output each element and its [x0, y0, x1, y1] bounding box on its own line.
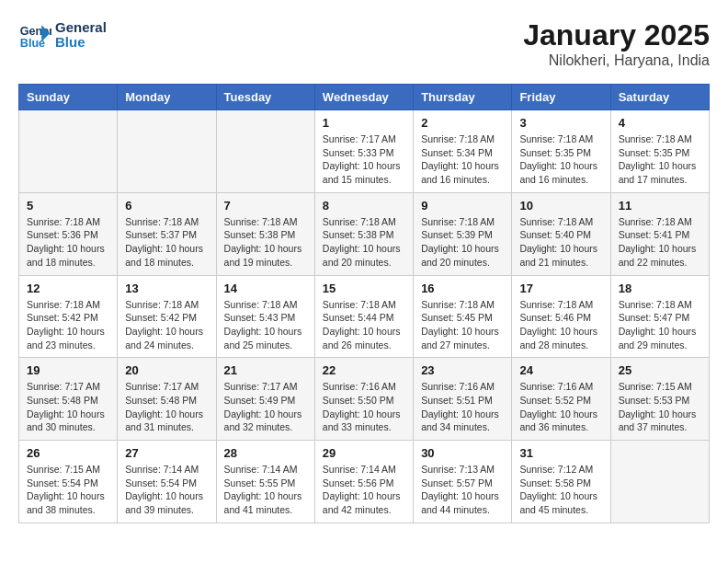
calendar-cell: 28Sunrise: 7:14 AMSunset: 5:55 PMDayligh…	[216, 441, 314, 523]
day-number: 20	[125, 363, 208, 377]
day-number: 15	[323, 282, 405, 295]
logo-icon: General Blue	[18, 18, 51, 52]
calendar-cell: 9Sunrise: 7:18 AMSunset: 5:39 PMDaylight…	[414, 192, 512, 275]
day-info: Sunrise: 7:18 AMSunset: 5:35 PMDaylight:…	[519, 132, 602, 187]
day-info: Sunrise: 7:18 AMSunset: 5:42 PMDaylight:…	[125, 298, 208, 352]
calendar-cell: 22Sunrise: 7:16 AMSunset: 5:50 PMDayligh…	[314, 358, 413, 441]
day-info: Sunrise: 7:18 AMSunset: 5:40 PMDaylight:…	[519, 215, 602, 270]
calendar-cell: 17Sunrise: 7:18 AMSunset: 5:46 PMDayligh…	[512, 275, 610, 358]
weekday-header-friday: Friday	[512, 85, 610, 110]
day-info: Sunrise: 7:18 AMSunset: 5:44 PMDaylight:…	[323, 298, 405, 352]
day-number: 2	[421, 116, 504, 130]
calendar-cell: 1Sunrise: 7:17 AMSunset: 5:33 PMDaylight…	[314, 110, 413, 193]
day-number: 30	[421, 446, 504, 460]
day-info: Sunrise: 7:18 AMSunset: 5:43 PMDaylight:…	[224, 298, 307, 352]
calendar-cell: 25Sunrise: 7:15 AMSunset: 5:53 PMDayligh…	[610, 358, 709, 441]
day-number: 22	[323, 363, 405, 377]
day-info: Sunrise: 7:15 AMSunset: 5:54 PMDaylight:…	[27, 463, 109, 517]
week-row-4: 19Sunrise: 7:17 AMSunset: 5:48 PMDayligh…	[19, 358, 710, 441]
day-info: Sunrise: 7:18 AMSunset: 5:39 PMDaylight:…	[421, 215, 504, 270]
day-number: 1	[323, 116, 405, 130]
calendar-cell: 8Sunrise: 7:18 AMSunset: 5:38 PMDaylight…	[314, 192, 413, 275]
calendar-cell: 11Sunrise: 7:18 AMSunset: 5:41 PMDayligh…	[610, 192, 709, 275]
day-info: Sunrise: 7:12 AMSunset: 5:58 PMDaylight:…	[519, 463, 602, 517]
day-info: Sunrise: 7:18 AMSunset: 5:41 PMDaylight:…	[619, 215, 701, 270]
calendar-cell: 20Sunrise: 7:17 AMSunset: 5:48 PMDayligh…	[118, 358, 216, 441]
svg-text:Blue: Blue	[20, 37, 45, 50]
day-info: Sunrise: 7:14 AMSunset: 5:56 PMDaylight:…	[323, 463, 405, 517]
day-info: Sunrise: 7:16 AMSunset: 5:50 PMDaylight:…	[323, 380, 405, 434]
weekday-header-sunday: Sunday	[19, 85, 118, 110]
calendar-cell: 15Sunrise: 7:18 AMSunset: 5:44 PMDayligh…	[314, 275, 413, 358]
day-info: Sunrise: 7:18 AMSunset: 5:46 PMDaylight:…	[519, 298, 602, 352]
calendar-cell: 19Sunrise: 7:17 AMSunset: 5:48 PMDayligh…	[19, 358, 118, 441]
day-info: Sunrise: 7:16 AMSunset: 5:52 PMDaylight:…	[519, 380, 602, 434]
week-row-1: 1Sunrise: 7:17 AMSunset: 5:33 PMDaylight…	[19, 110, 710, 193]
calendar-cell: 14Sunrise: 7:18 AMSunset: 5:43 PMDayligh…	[216, 275, 314, 358]
day-info: Sunrise: 7:16 AMSunset: 5:51 PMDaylight:…	[421, 380, 504, 434]
calendar-cell: 3Sunrise: 7:18 AMSunset: 5:35 PMDaylight…	[512, 110, 610, 193]
calendar-cell: 2Sunrise: 7:18 AMSunset: 5:34 PMDaylight…	[414, 110, 512, 193]
weekday-header-tuesday: Tuesday	[216, 85, 314, 110]
day-number: 3	[519, 116, 602, 130]
calendar-cell	[216, 110, 314, 193]
weekday-header-thursday: Thursday	[414, 85, 512, 110]
day-info: Sunrise: 7:18 AMSunset: 5:36 PMDaylight:…	[27, 215, 109, 270]
calendar-cell: 12Sunrise: 7:18 AMSunset: 5:42 PMDayligh…	[19, 275, 118, 358]
calendar-table: SundayMondayTuesdayWednesdayThursdayFrid…	[18, 84, 710, 523]
calendar-cell: 5Sunrise: 7:18 AMSunset: 5:36 PMDaylight…	[19, 192, 118, 275]
day-number: 8	[323, 199, 405, 213]
day-info: Sunrise: 7:18 AMSunset: 5:38 PMDaylight:…	[323, 215, 405, 270]
day-info: Sunrise: 7:13 AMSunset: 5:57 PMDaylight:…	[421, 463, 504, 517]
calendar-cell: 13Sunrise: 7:18 AMSunset: 5:42 PMDayligh…	[118, 275, 216, 358]
day-info: Sunrise: 7:15 AMSunset: 5:53 PMDaylight:…	[619, 380, 701, 434]
day-number: 28	[224, 446, 307, 460]
day-info: Sunrise: 7:18 AMSunset: 5:45 PMDaylight:…	[421, 298, 504, 352]
day-number: 18	[619, 282, 701, 295]
day-number: 23	[421, 363, 504, 377]
calendar-cell: 4Sunrise: 7:18 AMSunset: 5:35 PMDaylight…	[610, 110, 709, 193]
day-info: Sunrise: 7:17 AMSunset: 5:49 PMDaylight:…	[224, 380, 307, 434]
calendar-cell	[610, 441, 709, 523]
calendar-cell: 7Sunrise: 7:18 AMSunset: 5:38 PMDaylight…	[216, 192, 314, 275]
calendar-cell: 23Sunrise: 7:16 AMSunset: 5:51 PMDayligh…	[414, 358, 512, 441]
day-number: 11	[619, 199, 701, 213]
day-number: 7	[224, 199, 307, 213]
day-number: 25	[619, 363, 701, 377]
day-number: 17	[519, 282, 602, 295]
week-row-3: 12Sunrise: 7:18 AMSunset: 5:42 PMDayligh…	[19, 275, 710, 358]
day-number: 26	[27, 446, 109, 460]
week-row-2: 5Sunrise: 7:18 AMSunset: 5:36 PMDaylight…	[19, 192, 710, 275]
day-info: Sunrise: 7:17 AMSunset: 5:33 PMDaylight:…	[323, 132, 405, 187]
day-info: Sunrise: 7:17 AMSunset: 5:48 PMDaylight:…	[125, 380, 208, 434]
day-number: 5	[27, 199, 109, 213]
calendar-cell: 16Sunrise: 7:18 AMSunset: 5:45 PMDayligh…	[414, 275, 512, 358]
day-number: 6	[125, 199, 208, 213]
day-info: Sunrise: 7:18 AMSunset: 5:34 PMDaylight:…	[421, 132, 504, 187]
logo-line2: Blue	[55, 35, 107, 51]
day-number: 21	[224, 363, 307, 377]
weekday-header-monday: Monday	[118, 85, 216, 110]
day-number: 16	[421, 282, 504, 295]
day-number: 9	[421, 199, 504, 213]
logo-line1: General	[55, 20, 107, 36]
day-number: 29	[323, 446, 405, 460]
calendar-cell: 18Sunrise: 7:18 AMSunset: 5:47 PMDayligh…	[610, 275, 709, 358]
calendar-cell	[118, 110, 216, 193]
calendar-cell: 27Sunrise: 7:14 AMSunset: 5:54 PMDayligh…	[118, 441, 216, 523]
calendar-cell: 30Sunrise: 7:13 AMSunset: 5:57 PMDayligh…	[414, 441, 512, 523]
day-number: 24	[519, 363, 602, 377]
calendar-cell: 6Sunrise: 7:18 AMSunset: 5:37 PMDaylight…	[118, 192, 216, 275]
calendar-cell: 26Sunrise: 7:15 AMSunset: 5:54 PMDayligh…	[19, 441, 118, 523]
day-info: Sunrise: 7:17 AMSunset: 5:48 PMDaylight:…	[27, 380, 109, 434]
day-number: 14	[224, 282, 307, 295]
day-info: Sunrise: 7:18 AMSunset: 5:47 PMDaylight:…	[619, 298, 701, 352]
calendar-title: January 2025	[523, 18, 710, 52]
day-number: 13	[125, 282, 208, 295]
day-number: 27	[125, 446, 208, 460]
logo: General Blue General Blue	[18, 18, 107, 52]
day-number: 4	[619, 116, 701, 130]
weekday-header-wednesday: Wednesday	[314, 85, 413, 110]
title-block: January 2025 Nilokheri, Haryana, India	[523, 18, 710, 69]
day-info: Sunrise: 7:18 AMSunset: 5:38 PMDaylight:…	[224, 215, 307, 270]
